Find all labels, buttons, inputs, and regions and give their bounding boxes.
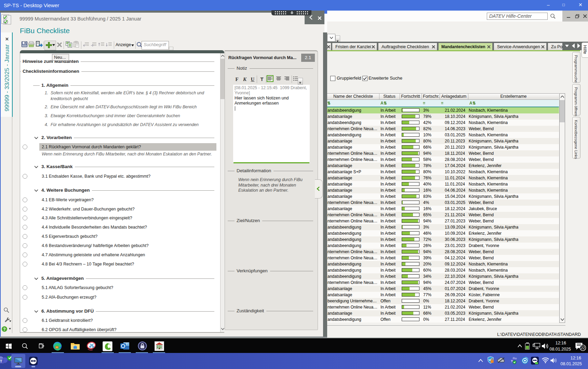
svg-text:T: T [0, 359, 2, 363]
svg-text:22: 22 [581, 346, 585, 350]
svg-text:?: ? [3, 327, 5, 332]
